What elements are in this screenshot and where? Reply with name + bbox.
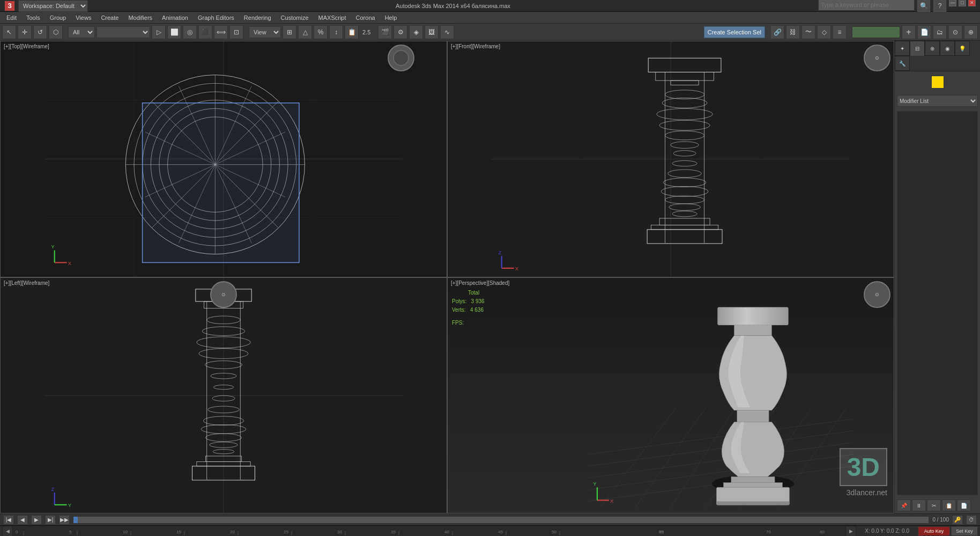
timeline-next[interactable]: ▶▶ bbox=[59, 515, 70, 525]
time-config-btn[interactable]: ⏱ bbox=[966, 515, 977, 525]
viewport-left[interactable]: [+][Left][Wireframe] ⊙ bbox=[0, 277, 447, 514]
snap-toggle[interactable]: ⊞ bbox=[283, 25, 296, 39]
title-bar-left: 3 Workspace: Default bbox=[4, 0, 88, 12]
rotate-btn[interactable]: ↺ bbox=[33, 25, 47, 39]
angle-snap[interactable]: △ bbox=[298, 25, 312, 39]
selection-filter[interactable] bbox=[96, 26, 150, 38]
vp-front-nav-icon[interactable]: ⊙ bbox=[864, 45, 890, 71]
extra-btn1[interactable]: ⊙ bbox=[948, 25, 962, 39]
select-by-name[interactable]: ≡ bbox=[833, 25, 847, 39]
menu-customize[interactable]: Customize bbox=[277, 13, 313, 22]
auto-key-btn[interactable]: Auto Key bbox=[918, 526, 950, 536]
vp-left-nav-icon[interactable]: ⊙ bbox=[210, 281, 237, 308]
layer-btn[interactable]: 📄 bbox=[917, 25, 931, 39]
timeline-bar[interactable] bbox=[73, 516, 929, 524]
svg-line-88 bbox=[635, 407, 706, 507]
key-mode-btn[interactable]: 🔑 bbox=[952, 515, 963, 525]
timeline-prev-frame[interactable]: ◀ bbox=[17, 515, 28, 525]
menu-rendering[interactable]: Rendering bbox=[240, 13, 276, 22]
close-btn[interactable]: ✕ bbox=[968, 0, 976, 6]
rp-pin-btn[interactable]: 📌 bbox=[897, 500, 911, 511]
rp-pause-btn[interactable]: ⏸ bbox=[912, 500, 926, 511]
render-setup[interactable]: ⚙ bbox=[394, 25, 407, 39]
select-region[interactable]: ⬜ bbox=[167, 25, 181, 39]
mirror-btn[interactable]: ⟺ bbox=[214, 25, 228, 39]
scene-explorer[interactable]: 🗂 bbox=[933, 25, 947, 39]
workspace-selector[interactable]: Workspace: Default bbox=[18, 0, 88, 12]
object-name-input[interactable]: балясина bbox=[852, 26, 900, 38]
rp-paste-btn[interactable]: 📄 bbox=[957, 500, 971, 511]
rp-copy-btn[interactable]: 📋 bbox=[942, 500, 956, 511]
rp-tab-utilities[interactable]: 🔧 bbox=[895, 56, 910, 71]
rp-delete-btn[interactable]: ✂ bbox=[927, 500, 941, 511]
rp-tab-create[interactable]: ✦ bbox=[895, 41, 910, 56]
ruler-right-btn[interactable]: ▶ bbox=[845, 526, 856, 537]
menu-views[interactable]: Views bbox=[71, 13, 95, 22]
minimize-btn[interactable]: — bbox=[949, 0, 956, 6]
viewport-perspective[interactable]: [+][Perspective][Shaded] ⊙ Total Polys: … bbox=[447, 277, 894, 514]
search-input[interactable] bbox=[818, 0, 915, 11]
edit-named-sel[interactable]: 📋 bbox=[345, 25, 359, 39]
modifier-list-dropdown[interactable]: Modifier List bbox=[897, 95, 978, 107]
filter-dropdown[interactable]: All bbox=[68, 26, 95, 38]
vp-persp-nav-icon[interactable]: ⊙ bbox=[864, 281, 890, 308]
vp-top-nav-icon[interactable] bbox=[388, 45, 414, 71]
svg-point-39 bbox=[672, 160, 697, 166]
menu-corona[interactable]: Corona bbox=[352, 13, 380, 22]
rp-tab-motion[interactable]: ◉ bbox=[940, 41, 955, 56]
select-tool[interactable]: ▷ bbox=[152, 25, 166, 39]
menu-maxscript[interactable]: MAXScript bbox=[314, 13, 351, 22]
main-area: [+][Top][Wireframe] bbox=[0, 41, 980, 513]
menu-graph-editors[interactable]: Graph Editors bbox=[194, 13, 239, 22]
paint-select[interactable]: ⬛ bbox=[198, 25, 212, 39]
help-btn[interactable]: ? bbox=[933, 0, 947, 13]
lasso-select[interactable]: ◎ bbox=[183, 25, 197, 39]
search-btn[interactable]: 🔍 bbox=[917, 0, 931, 13]
timeline-thumb[interactable] bbox=[73, 517, 78, 523]
svg-rect-46 bbox=[659, 218, 710, 225]
svg-text:45: 45 bbox=[498, 530, 503, 534]
set-key-btn[interactable]: Set Key bbox=[951, 526, 978, 536]
watermark-site: 3dlancer.net bbox=[847, 488, 887, 497]
rp-tab-hierarchy[interactable]: ⊕ bbox=[925, 41, 940, 56]
select-btn[interactable]: ↖ bbox=[2, 25, 16, 39]
viewport-front[interactable]: [+][Front][Wireframe] ⊙ bbox=[447, 41, 894, 277]
rp-tab-display[interactable]: 💡 bbox=[955, 41, 970, 56]
menu-modifiers[interactable]: Modifiers bbox=[124, 13, 157, 22]
rp-tab-modify[interactable]: ⊟ bbox=[910, 41, 925, 56]
extra-btn2[interactable]: ⊕ bbox=[964, 25, 978, 39]
move-btn[interactable]: ✛ bbox=[18, 25, 32, 39]
spinner-snap[interactable]: ↕ bbox=[329, 25, 343, 39]
percent-snap[interactable]: % bbox=[314, 25, 328, 39]
align-btn[interactable]: ⊡ bbox=[229, 25, 243, 39]
render-btn[interactable]: 🎬 bbox=[378, 25, 392, 39]
menu-create[interactable]: Create bbox=[96, 13, 123, 22]
menu-tools[interactable]: Tools bbox=[22, 13, 44, 22]
svg-point-36 bbox=[665, 131, 704, 140]
create-selection-button[interactable]: Create Selection Sel bbox=[704, 26, 765, 38]
curves[interactable]: ∿ bbox=[440, 25, 454, 39]
view-dropdown[interactable]: View bbox=[249, 26, 281, 38]
svg-rect-31 bbox=[671, 80, 699, 85]
menu-animation[interactable]: Animation bbox=[158, 13, 192, 22]
menu-group[interactable]: Group bbox=[46, 13, 71, 22]
timeline-prev[interactable]: |◀ bbox=[3, 515, 14, 525]
timeline-next-frame[interactable]: ▶| bbox=[45, 515, 56, 525]
material-editor[interactable]: ◈ bbox=[409, 25, 423, 39]
menu-edit[interactable]: Edit bbox=[2, 13, 21, 22]
title-bar-controls: 🔍 ? — □ ✕ bbox=[818, 0, 976, 13]
render-frame[interactable]: 🖼 bbox=[425, 25, 439, 39]
viewport-top[interactable]: [+][Top][Wireframe] bbox=[0, 41, 447, 277]
scale-btn[interactable]: ⬡ bbox=[49, 25, 63, 39]
bind-spacewarp[interactable]: 〜 bbox=[801, 25, 815, 39]
maximize-btn[interactable]: □ bbox=[959, 0, 966, 6]
add-icon[interactable]: + bbox=[902, 25, 916, 39]
select-filter2[interactable]: ◇ bbox=[817, 25, 831, 39]
timeline-play[interactable]: ▶ bbox=[31, 515, 42, 525]
app-logo[interactable]: 3 bbox=[4, 1, 15, 11]
menu-help[interactable]: Help bbox=[381, 13, 402, 22]
unlink-btn[interactable]: ⛓ bbox=[786, 25, 800, 39]
ruler-left-btn[interactable]: ◀ bbox=[2, 526, 13, 537]
object-color-swatch[interactable] bbox=[931, 76, 944, 89]
link-btn[interactable]: 🔗 bbox=[770, 25, 784, 39]
